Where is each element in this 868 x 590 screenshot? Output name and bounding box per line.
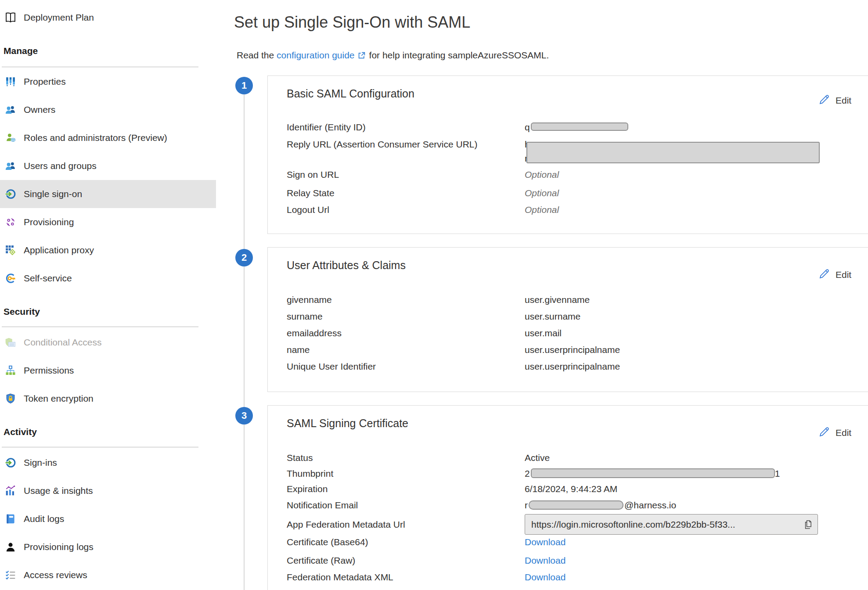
configuration-guide-link[interactable]: configuration guide bbox=[277, 50, 354, 61]
sidebar-item-users-and-groups[interactable]: Users and groups bbox=[0, 152, 216, 180]
row-label: name bbox=[287, 343, 310, 356]
row-label: Identifier (Entity ID) bbox=[287, 121, 366, 134]
sidebar-item-label: Sign-ins bbox=[24, 457, 57, 468]
divider bbox=[2, 447, 198, 447]
row-label: Unique User Identifier bbox=[287, 360, 376, 373]
row-value-redacted: r@harness.io bbox=[525, 499, 676, 512]
edit-saml-certificate-button[interactable]: Edit bbox=[818, 426, 851, 440]
sidebar-item-deployment-plan[interactable]: Deployment Plan bbox=[0, 4, 216, 32]
single-sign-on-icon bbox=[4, 188, 17, 200]
sidebar-item-sign-ins[interactable]: Sign-ins bbox=[0, 449, 216, 477]
row-value: Download bbox=[525, 536, 565, 549]
row-label: Status bbox=[287, 451, 313, 464]
audit-logs-icon bbox=[4, 513, 17, 525]
sidebar-item-token-encryption[interactable]: Token encryption bbox=[0, 385, 216, 413]
sidebar-item-label: Deployment Plan bbox=[24, 12, 94, 23]
sidebar-item-access-reviews[interactable]: Access reviews bbox=[0, 561, 216, 589]
edit-user-attributes-button[interactable]: Edit bbox=[818, 268, 851, 282]
redaction-bar bbox=[531, 468, 775, 478]
row-value-optional: Optional bbox=[525, 168, 559, 181]
card-title: Basic SAML Configuration bbox=[287, 87, 414, 100]
intro-prefix: Read the bbox=[237, 50, 274, 61]
divider bbox=[2, 67, 198, 67]
row-label: Relay State bbox=[287, 187, 335, 200]
divider bbox=[2, 327, 198, 327]
download-federation-metadata-xml-link[interactable]: Download bbox=[525, 572, 565, 582]
sidebar-item-application-proxy[interactable]: Application proxy bbox=[0, 236, 216, 264]
sidebar-item-label: Usage & insights bbox=[24, 486, 93, 496]
sidebar-section-header-activity: Activity bbox=[4, 427, 37, 437]
download-certificate-raw-link[interactable]: Download bbox=[525, 555, 565, 565]
sidebar-item-label: Properties bbox=[24, 76, 66, 87]
app-federation-metadata-url-field[interactable]: https://login.microsoftonline.com/b229b2… bbox=[525, 514, 818, 535]
row-value-redacted: q bbox=[525, 121, 628, 134]
row-label: Sign on URL bbox=[287, 168, 339, 181]
token-encryption-icon bbox=[4, 392, 17, 405]
sidebar-item-label: Roles and administrators (Preview) bbox=[24, 133, 167, 143]
row-value: user.userprincipalname bbox=[525, 343, 620, 356]
row-label: Reply URL (Assertion Consumer Service UR… bbox=[287, 138, 478, 151]
sidebar-item-label: Permissions bbox=[24, 365, 74, 376]
sidebar-item-roles-and-administrators[interactable]: Roles and administrators (Preview) bbox=[0, 124, 216, 152]
sidebar-item-label: Owners bbox=[24, 104, 55, 115]
intro-suffix: for help integrating sampleAzureSSOSAML. bbox=[369, 50, 549, 61]
external-link-icon bbox=[357, 51, 366, 60]
page-title: Set up Single Sign-On with SAML bbox=[234, 13, 470, 32]
sidebar-item-label: Token encryption bbox=[24, 393, 94, 404]
permissions-icon bbox=[4, 364, 17, 377]
sidebar-item-conditional-access: Conditional Access bbox=[0, 328, 216, 356]
row-label: givenname bbox=[287, 293, 332, 306]
book-icon bbox=[4, 11, 17, 24]
sidebar-item-self-service[interactable]: Self-service bbox=[0, 264, 216, 292]
row-label: Certificate (Raw) bbox=[287, 554, 355, 567]
row-value: user.surname bbox=[525, 310, 580, 323]
card-title: User Attributes & Claims bbox=[287, 259, 406, 272]
sidebar-item-usage-insights[interactable]: Usage & insights bbox=[0, 477, 216, 505]
application-proxy-icon bbox=[4, 244, 17, 256]
row-value-optional: Optional bbox=[525, 203, 559, 216]
row-value: Download bbox=[525, 571, 565, 584]
sidebar: Deployment Plan Manage Properties Owners… bbox=[0, 0, 216, 590]
row-label: Expiration bbox=[287, 482, 328, 496]
sidebar-item-audit-logs[interactable]: Audit logs bbox=[0, 505, 216, 533]
sso-saml-setup-page: { "colors": { "accent_blue": "#2e75c8", … bbox=[0, 0, 868, 590]
sidebar-item-single-sign-on[interactable]: Single sign-on bbox=[0, 180, 216, 208]
copy-icon[interactable] bbox=[803, 519, 813, 532]
download-certificate-base64-link[interactable]: Download bbox=[525, 537, 565, 547]
intro-text: Read the configuration guide for help in… bbox=[237, 50, 549, 61]
step-badge-1: 1 bbox=[235, 77, 253, 94]
sidebar-item-permissions[interactable]: Permissions bbox=[0, 356, 216, 385]
redaction-bar bbox=[531, 122, 628, 131]
card-title: SAML Signing Certificate bbox=[287, 417, 408, 430]
sidebar-item-properties[interactable]: Properties bbox=[0, 68, 216, 96]
sidebar-item-owners[interactable]: Owners bbox=[0, 96, 216, 124]
sidebar-item-label: Provisioning logs bbox=[24, 542, 94, 552]
edit-basic-saml-button[interactable]: Edit bbox=[818, 94, 851, 108]
provisioning-logs-icon bbox=[4, 541, 17, 553]
row-label: Notification Email bbox=[287, 499, 358, 512]
self-service-icon bbox=[4, 272, 17, 284]
row-label: emailaddress bbox=[287, 327, 342, 340]
edit-label: Edit bbox=[836, 95, 851, 106]
redaction-bar bbox=[526, 142, 820, 163]
edit-label: Edit bbox=[836, 428, 851, 438]
usage-insights-icon bbox=[4, 485, 17, 497]
row-value: 6/18/2024, 9:44:23 AM bbox=[525, 482, 617, 496]
metadata-url-value: https://login.microsoftonline.com/b229b2… bbox=[531, 519, 735, 530]
sidebar-item-label: Users and groups bbox=[24, 161, 97, 171]
sidebar-item-label: Access reviews bbox=[24, 570, 87, 580]
sidebar-item-provisioning[interactable]: Provisioning bbox=[0, 208, 216, 236]
row-label: Logout Url bbox=[287, 203, 329, 216]
properties-icon bbox=[4, 76, 17, 88]
conditional-access-icon bbox=[4, 336, 17, 349]
edit-label: Edit bbox=[836, 270, 851, 280]
users-groups-icon bbox=[4, 160, 17, 172]
user-attributes-claims-card: User Attributes & Claims Edit givenname … bbox=[267, 247, 868, 392]
sidebar-item-label: Application proxy bbox=[24, 245, 94, 255]
row-value: Download bbox=[525, 554, 565, 567]
roles-icon bbox=[4, 132, 17, 144]
redaction-bar bbox=[529, 500, 623, 510]
row-label: Thumbprint bbox=[287, 467, 333, 480]
sidebar-item-provisioning-logs[interactable]: Provisioning logs bbox=[0, 533, 216, 561]
row-label: Certificate (Base64) bbox=[287, 536, 368, 549]
